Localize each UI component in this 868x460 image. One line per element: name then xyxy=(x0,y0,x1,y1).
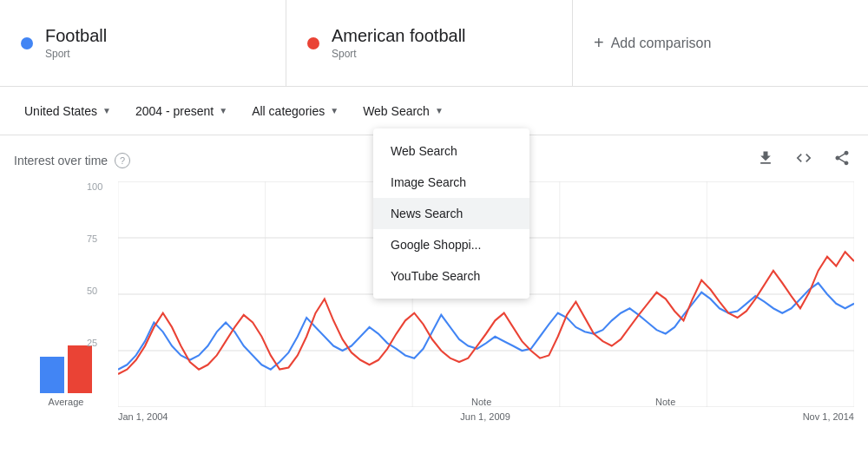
time-label: 2004 - present xyxy=(135,104,214,118)
dropdown-item-news[interactable]: News Search xyxy=(373,198,529,229)
american-football-type: Sport xyxy=(332,48,466,60)
help-icon[interactable]: ? xyxy=(115,153,130,168)
y-label-25: 25 xyxy=(87,338,102,348)
search-type-chevron: ▼ xyxy=(435,106,444,115)
plus-icon: + xyxy=(594,33,604,53)
chart-title: Interest over time xyxy=(14,154,108,168)
share-button[interactable] xyxy=(830,146,854,174)
y-label-50: 50 xyxy=(87,286,102,296)
x-label-2014: Nov 1, 2014 xyxy=(803,411,854,422)
note-label-1: Note xyxy=(471,397,491,407)
x-labels: Jan 1, 2004 Jun 1, 2009 Nov 1, 2014 xyxy=(118,410,854,422)
dropdown-item-image[interactable]: Image Search xyxy=(373,167,529,198)
avg-bars xyxy=(40,341,92,393)
region-filter[interactable]: United States ▼ xyxy=(14,97,122,125)
football-dot xyxy=(21,37,33,49)
time-filter[interactable]: 2004 - present ▼ xyxy=(125,97,238,125)
term-cards: Football Sport American football Sport +… xyxy=(0,0,868,87)
category-chevron: ▼ xyxy=(330,106,339,115)
dropdown-item-youtube[interactable]: YouTube Search xyxy=(373,260,529,292)
x-label-2004: Jan 1, 2004 xyxy=(118,411,168,422)
embed-button[interactable] xyxy=(792,146,816,174)
american-football-info: American football Sport xyxy=(332,26,466,60)
dropdown-item-shopping[interactable]: Google Shoppi... xyxy=(373,229,529,260)
region-chevron: ▼ xyxy=(102,106,111,115)
avg-bar-football xyxy=(40,357,64,393)
category-label: All categories xyxy=(252,104,325,118)
note-label-2: Note xyxy=(655,397,675,407)
chart-title-group: Interest over time ? xyxy=(14,153,130,168)
filter-bar: United States ▼ 2004 - present ▼ All cat… xyxy=(0,87,868,135)
search-type-label: Web Search xyxy=(363,104,430,118)
add-comparison-label: Add comparison xyxy=(611,36,712,51)
avg-label: Average xyxy=(49,397,84,407)
y-label-100: 100 xyxy=(87,181,102,192)
football-name: Football xyxy=(45,26,107,46)
search-type-dropdown: Web Search Image Search News Search Goog… xyxy=(373,128,529,299)
x-label-2009: Jun 1, 2009 xyxy=(460,411,510,422)
american-football-dot xyxy=(307,37,319,49)
american-football-name: American football xyxy=(332,26,466,46)
chart-actions xyxy=(753,146,854,174)
search-type-filter[interactable]: Web Search ▼ xyxy=(352,97,454,125)
dropdown-item-web[interactable]: Web Search xyxy=(373,135,529,167)
region-label: United States xyxy=(24,104,97,118)
football-type: Sport xyxy=(45,48,107,60)
y-label-75: 75 xyxy=(87,233,102,244)
football-info: Football Sport xyxy=(45,26,107,60)
y-labels: 100 75 50 25 xyxy=(87,181,102,390)
term-card-american-football: American football Sport xyxy=(286,0,573,86)
term-card-football: Football Sport xyxy=(0,0,286,86)
add-comparison-button[interactable]: + Add comparison xyxy=(573,0,868,86)
time-chevron: ▼ xyxy=(219,106,227,115)
category-filter[interactable]: All categories ▼ xyxy=(241,97,349,125)
download-button[interactable] xyxy=(753,146,778,174)
